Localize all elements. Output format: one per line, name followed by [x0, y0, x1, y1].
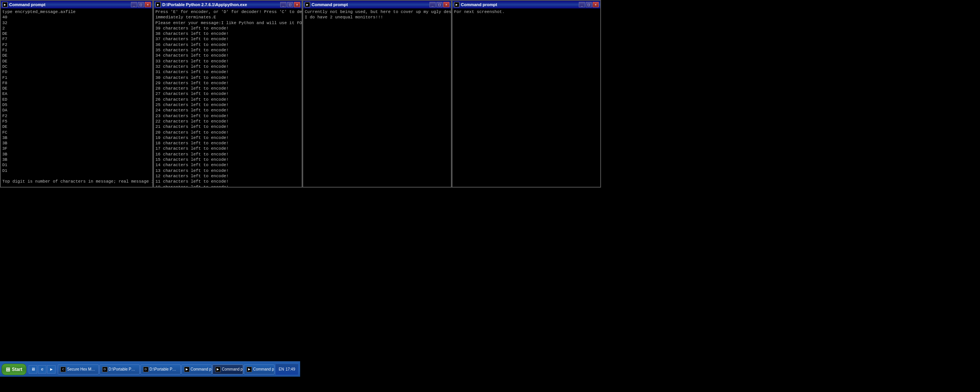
- close-btn-cmd4[interactable]: ✕: [593, 2, 599, 7]
- cmd3-content: Currently not being used, but here to co…: [303, 8, 451, 187]
- start-label: Start: [12, 367, 22, 372]
- window-cmd3: ▶ Command prompt _ □ ✕ Currently not bei…: [302, 0, 452, 188]
- taskbar-item-1[interactable]: D D:\Portable Python 2.7.6.1: [100, 364, 140, 374]
- taskbar-label-3: Command prompt: [191, 367, 212, 371]
- window-icon-cmd1: ▶: [2, 2, 8, 7]
- ql-show-desktop[interactable]: 🖥: [29, 365, 37, 374]
- maximize-btn-cmd2[interactable]: □: [287, 2, 293, 7]
- window-icon-cmd2: ▶: [155, 2, 161, 7]
- ql-media[interactable]: ▶: [47, 365, 56, 374]
- minimize-btn-cmd1[interactable]: _: [131, 2, 137, 7]
- titlebar-buttons-cmd2: _ □ ✕: [280, 2, 300, 7]
- taskbar-icon-2: D: [143, 367, 149, 372]
- taskbar-item-0[interactable]: C Secure Hex Message En...: [58, 364, 98, 374]
- titlebar-title-cmd1: Command prompt: [9, 2, 46, 7]
- taskbar-icon-4: ▶: [215, 367, 220, 372]
- taskbar-icon-0: C: [60, 367, 66, 372]
- taskbar-item-5[interactable]: ▶ Command prompt: [244, 364, 274, 374]
- tray-lang: EN: [279, 367, 284, 371]
- titlebar-cmd3[interactable]: ▶ Command prompt _ □ ✕: [303, 1, 451, 8]
- close-btn-cmd2[interactable]: ✕: [294, 2, 300, 7]
- titlebar-cmd1[interactable]: ▶ Command prompt _ □ ✕: [1, 1, 152, 8]
- taskbar-icon-1: D: [102, 367, 108, 372]
- taskbar-item-3[interactable]: ▶ Command prompt: [181, 364, 212, 374]
- taskbar: ⊞ Start 🖥 e ▶ C Secure Hex Message En...…: [0, 361, 300, 377]
- cmd4-content: For next screenshot.: [452, 8, 600, 187]
- close-btn-cmd1[interactable]: ✕: [145, 2, 151, 7]
- window-cmd4: ▶ Command prompt _ □ ✕ For next screensh…: [452, 0, 601, 188]
- taskbar-label-0: Secure Hex Message En...: [67, 367, 96, 371]
- titlebar-cmd2[interactable]: ▶ D:\Portable Python 2.7.6.1\App\python.…: [154, 1, 302, 8]
- quicklaunch-area: 🖥 e ▶: [27, 365, 57, 374]
- taskbar-label-1: D:\Portable Python 2.7.6.1: [109, 367, 137, 371]
- taskbar-label-2: D:\Portable Python 2.7.6...: [150, 367, 178, 371]
- maximize-btn-cmd3[interactable]: □: [436, 2, 443, 7]
- titlebar-buttons-cmd1: _ □ ✕: [131, 2, 151, 7]
- titlebar-title-cmd4: Command prompt: [461, 2, 497, 7]
- start-icon: ⊞: [6, 366, 10, 372]
- system-tray: EN 17:49: [275, 364, 299, 375]
- tray-time: 17:49: [286, 367, 295, 371]
- minimize-btn-cmd3[interactable]: _: [430, 2, 436, 7]
- desktop: ▶ Command prompt _ □ ✕ type encrypted_me…: [0, 0, 980, 377]
- window-icon-cmd4: ▶: [454, 2, 459, 7]
- titlebar-buttons-cmd4: _ □ ✕: [579, 2, 599, 7]
- titlebar-title-cmd2: D:\Portable Python 2.7.6.1\App\python.ex…: [162, 2, 247, 7]
- taskbar-icon-5: ▶: [247, 367, 252, 372]
- ql-ie[interactable]: e: [38, 365, 46, 374]
- maximize-btn-cmd4[interactable]: □: [586, 2, 592, 7]
- maximize-btn-cmd1[interactable]: □: [138, 2, 144, 7]
- taskbar-item-4[interactable]: ▶ Command prompt: [212, 364, 243, 374]
- window-cmd1: ▶ Command prompt _ □ ✕ type encrypted_me…: [0, 0, 153, 188]
- minimize-btn-cmd4[interactable]: _: [579, 2, 585, 7]
- cmd2-content: Press 'E' for encoder, or 'D' for decode…: [154, 8, 302, 187]
- taskbar-label-4: Command prompt: [222, 367, 243, 371]
- cmd1-content: type encrypted_message.axfile 40 32 2 DE…: [1, 8, 152, 187]
- window-icon-cmd3: ▶: [305, 2, 310, 7]
- taskbar-icon-3: ▶: [184, 367, 189, 372]
- minimize-btn-cmd2[interactable]: _: [280, 2, 286, 7]
- taskbar-label-5: Command prompt: [253, 367, 274, 371]
- titlebar-cmd4[interactable]: ▶ Command prompt _ □ ✕: [452, 1, 600, 8]
- start-button[interactable]: ⊞ Start: [2, 364, 26, 375]
- titlebar-buttons-cmd3: _ □ ✕: [430, 2, 449, 7]
- close-btn-cmd3[interactable]: ✕: [443, 2, 449, 7]
- window-cmd2: ▶ D:\Portable Python 2.7.6.1\App\python.…: [153, 0, 302, 188]
- taskbar-item-2[interactable]: D D:\Portable Python 2.7.6...: [140, 364, 181, 374]
- titlebar-title-cmd3: Command prompt: [312, 2, 348, 7]
